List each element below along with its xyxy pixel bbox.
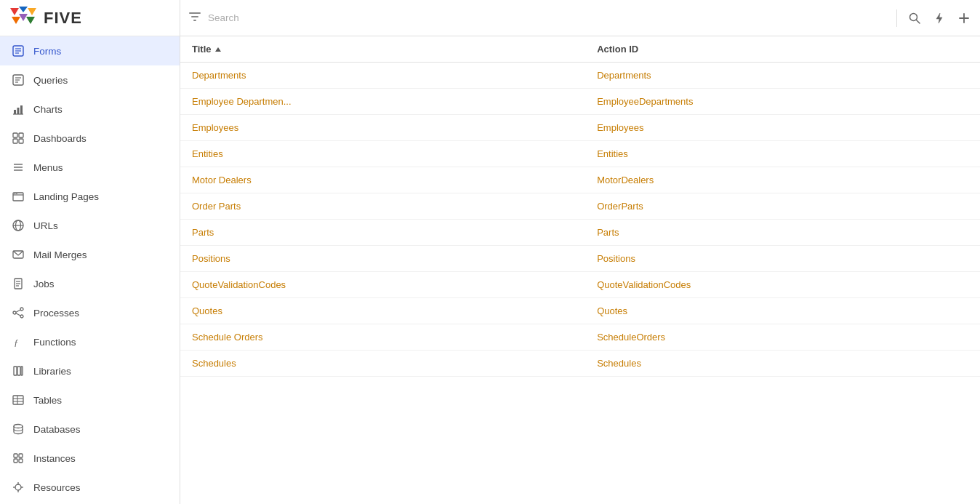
table-cell-title[interactable]: QuoteValidationCodes [180, 272, 585, 298]
sidebar-item-forms[interactable]: Forms [0, 36, 180, 65]
table-row[interactable]: DepartmentsDepartments [180, 63, 980, 89]
column-header-title[interactable]: Title [180, 36, 585, 63]
svg-point-29 [16, 193, 17, 195]
sidebar-item-functions[interactable]: ƒFunctions [0, 327, 180, 356]
table-cell-action-id[interactable]: Schedules [585, 351, 980, 377]
sidebar-item-tables[interactable]: Tables [0, 385, 180, 415]
add-button[interactable] [954, 9, 974, 27]
table-row[interactable]: Schedule OrdersScheduleOrders [180, 324, 980, 351]
svg-rect-45 [17, 367, 20, 375]
table-cell-action-id[interactable]: Departments [585, 63, 980, 89]
table-cell-title[interactable]: Quotes [180, 298, 585, 324]
app-title: FIVE [44, 9, 82, 28]
table-cell-action-id[interactable]: OrderParts [585, 193, 980, 220]
libraries-icon [10, 363, 26, 379]
table-cell-action-id[interactable]: ScheduleOrders [585, 324, 980, 351]
table-row[interactable]: EntitiesEntities [180, 141, 980, 167]
five-logo-icon [9, 5, 38, 31]
svg-rect-53 [19, 454, 23, 457]
svg-rect-52 [14, 454, 17, 457]
sidebar-item-menus[interactable]: Menus [0, 153, 180, 182]
sidebar-item-jobs[interactable]: Jobs [0, 269, 180, 298]
svg-marker-3 [28, 8, 36, 15]
filter-icon [189, 12, 201, 25]
table-cell-title[interactable]: Departments [180, 63, 585, 89]
table-cell-title[interactable]: Parts [180, 220, 585, 246]
instances-icon [10, 450, 26, 466]
table-cell-title[interactable]: Employee Departmen... [180, 89, 585, 115]
table-cell-action-id[interactable]: Positions [585, 246, 980, 272]
table-row[interactable]: EmployeesEmployees [180, 115, 980, 141]
sidebar-item-label-tables: Tables [33, 395, 62, 406]
svg-rect-20 [19, 133, 23, 137]
column-header-action-id[interactable]: Action ID [585, 36, 980, 63]
table-cell-title[interactable]: Entities [180, 141, 585, 167]
table-cell-action-id[interactable]: QuoteValidationCodes [585, 272, 980, 298]
svg-line-42 [16, 313, 20, 316]
table-cell-action-id[interactable]: Quotes [585, 298, 980, 324]
sidebar-item-dashboards[interactable]: Dashboards [0, 124, 180, 153]
charts-icon [10, 101, 26, 117]
sidebar-item-landing-pages[interactable]: Landing Pages [0, 182, 180, 211]
svg-rect-19 [13, 133, 17, 137]
main-panel: Title Action ID DepartmentsDepartmentsEm… [180, 0, 980, 504]
table-row[interactable]: PositionsPositions [180, 246, 980, 272]
sidebar-item-label-charts: Charts [33, 104, 63, 115]
table-cell-title[interactable]: Employees [180, 115, 585, 141]
logo-area: FIVE [0, 0, 180, 36]
sidebar-item-processes[interactable]: Processes [0, 298, 180, 327]
table-cell-title[interactable]: Order Parts [180, 193, 585, 220]
toolbar-divider [896, 9, 897, 27]
sidebar-item-databases[interactable]: Databases [0, 415, 180, 444]
svg-rect-15 [14, 110, 16, 114]
svg-point-51 [14, 425, 23, 428]
svg-point-40 [20, 315, 23, 318]
svg-rect-21 [13, 139, 17, 143]
sidebar-item-urls[interactable]: URLs [0, 211, 180, 240]
table-row[interactable]: Employee Departmen...EmployeeDepartments [180, 89, 980, 115]
table-row[interactable]: Order PartsOrderParts [180, 193, 980, 220]
toolbar [180, 0, 980, 36]
sidebar-item-mail-merges[interactable]: Mail Merges [0, 240, 180, 269]
table-row[interactable]: SchedulesSchedules [180, 351, 980, 377]
functions-icon: ƒ [10, 334, 26, 350]
sidebar-item-resources[interactable]: Resources [0, 473, 180, 502]
svg-marker-6 [19, 14, 28, 21]
table-row[interactable]: Motor DealersMotorDealers [180, 167, 980, 193]
lightning-button[interactable] [929, 9, 949, 27]
table-cell-title[interactable]: Motor Dealers [180, 167, 585, 193]
urls-icon [10, 217, 26, 233]
svg-text:ƒ: ƒ [14, 337, 19, 348]
table-row[interactable]: PartsParts [180, 220, 980, 246]
table-cell-action-id[interactable]: Entities [585, 141, 980, 167]
sidebar-item-label-forms: Forms [33, 46, 61, 57]
table-row[interactable]: QuoteValidationCodesQuoteValidationCodes [180, 272, 980, 298]
svg-point-56 [15, 484, 21, 490]
table-row[interactable]: QuotesQuotes [180, 298, 980, 324]
svg-line-41 [16, 310, 20, 312]
svg-rect-47 [13, 396, 23, 404]
svg-rect-74 [189, 12, 201, 14]
sidebar-item-instances[interactable]: Instances [0, 444, 180, 473]
sidebar-item-charts[interactable]: Charts [0, 95, 180, 124]
sidebar-item-queries[interactable]: Queries [0, 65, 180, 95]
search-button[interactable] [904, 9, 925, 27]
table-cell-title[interactable]: Schedule Orders [180, 324, 585, 351]
table-cell-action-id[interactable]: MotorDealers [585, 167, 980, 193]
column-title-label: Title [192, 44, 212, 55]
sidebar-item-libraries[interactable]: Libraries [0, 356, 180, 385]
dashboards-icon [10, 130, 26, 146]
search-input[interactable] [208, 12, 889, 23]
mail-merges-icon [10, 247, 26, 263]
table-cell-title[interactable]: Positions [180, 246, 585, 272]
table-cell-action-id[interactable]: Employees [585, 115, 980, 141]
sidebar-item-label-urls: URLs [33, 220, 58, 231]
svg-rect-44 [14, 367, 17, 375]
table-cell-title[interactable]: Schedules [180, 351, 585, 377]
svg-point-39 [20, 308, 23, 311]
sidebar-item-label-landing-pages: Landing Pages [33, 191, 99, 202]
table-cell-action-id[interactable]: EmployeeDepartments [585, 89, 980, 115]
table-body: DepartmentsDepartmentsEmployee Departmen… [180, 63, 980, 377]
svg-rect-76 [193, 20, 196, 21]
table-cell-action-id[interactable]: Parts [585, 220, 980, 246]
